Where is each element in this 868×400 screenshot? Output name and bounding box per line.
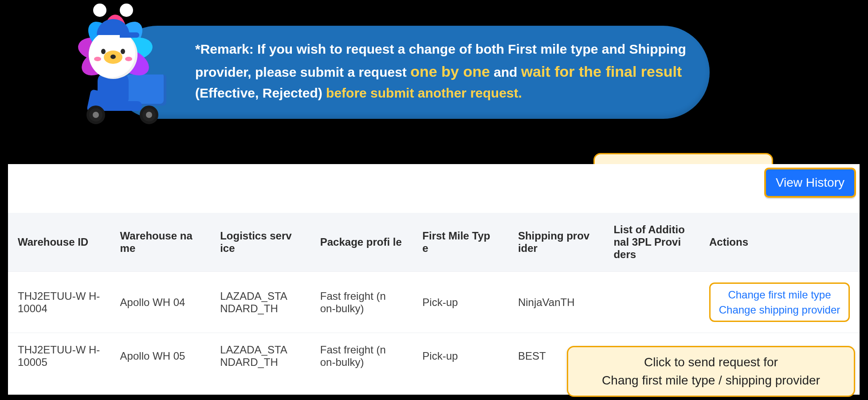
th-first-mile-type: First Mile Typ e — [412, 213, 508, 272]
cell-warehouse-name: Apollo WH 04 — [110, 272, 211, 333]
cell-actions: Change first mile type Change shipping p… — [699, 272, 860, 333]
th-shipping-provider: Shipping prov ider — [508, 213, 604, 272]
remark-highlight-3: before submit another request. — [326, 86, 522, 100]
view-history-wrap: View History — [764, 168, 856, 198]
change-first-mile-type-link[interactable]: Change first mile type — [715, 287, 844, 302]
th-warehouse-id: Warehouse ID — [8, 213, 110, 272]
cell-logistics-service: LAZADA_STA NDARD_TH — [210, 272, 310, 333]
remark-text-2: and — [494, 65, 521, 79]
actions-highlight-box: Change first mile type Change shipping p… — [709, 282, 850, 322]
th-warehouse-name: Warehouse na me — [110, 213, 211, 272]
cell-warehouse-id: THJ2ETUU-W H-10004 — [8, 272, 110, 333]
th-additional-3pl: List of Additio nal 3PL Provi ders — [604, 213, 699, 272]
cell-additional-3pl — [604, 272, 699, 333]
cell-package-profile: Fast freight (n on-bulky) — [310, 333, 413, 380]
mascot-icon — [53, 6, 169, 121]
view-history-button[interactable]: View History — [764, 168, 856, 198]
remark-highlight-2: wait for the final result — [521, 63, 682, 80]
table-row: THJ2ETUU-W H-10004 Apollo WH 04 LAZADA_S… — [8, 272, 860, 333]
remark-banner: *Remark: If you wish to request a change… — [111, 26, 710, 119]
callout-send-request: Click to send request for Chang first mi… — [567, 346, 855, 397]
remark-banner-container: *Remark: If you wish to request a change… — [53, 12, 710, 119]
callout-action-line1: Click to send request for — [581, 353, 841, 372]
remark-text-3: (Effective, Rejected) — [195, 86, 326, 100]
remark-highlight-1: one by one — [410, 63, 490, 80]
change-shipping-provider-link[interactable]: Change shipping provider — [715, 302, 844, 318]
cell-package-profile: Fast freight (n on-bulky) — [310, 272, 413, 333]
cell-shipping-provider: NinjaVanTH — [508, 272, 604, 333]
cell-first-mile-type: Pick-up — [412, 333, 508, 380]
table-header-row: Warehouse ID Warehouse na me Logistics s… — [8, 213, 860, 272]
th-actions: Actions — [699, 213, 860, 272]
callout-action-line2: Chang first mile type / shipping provide… — [581, 372, 841, 390]
cell-warehouse-name: Apollo WH 05 — [110, 333, 211, 380]
th-package-profile: Package profi le — [310, 213, 413, 272]
th-logistics-service: Logistics serv ice — [210, 213, 310, 272]
cell-first-mile-type: Pick-up — [412, 272, 508, 333]
cell-logistics-service: LAZADA_STA NDARD_TH — [210, 333, 310, 380]
cell-warehouse-id: THJ2ETUU-W H-10005 — [8, 333, 110, 380]
